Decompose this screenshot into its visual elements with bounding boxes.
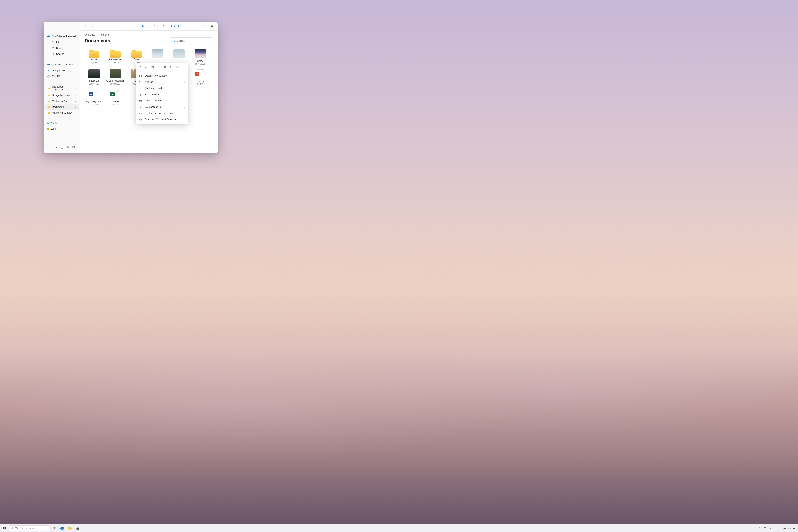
sidebar-item-recents[interactable]: Recents — [44, 45, 79, 51]
breadcrumb[interactable]: OneDrive — Personal › — [85, 33, 213, 36]
hamburger-button[interactable] — [46, 24, 52, 30]
taskbar-edge-icon[interactable] — [59, 525, 65, 532]
documents-icon[interactable] — [60, 146, 63, 149]
ctx-item-label: Customize Folder — [145, 87, 164, 90]
folder-icon — [47, 106, 50, 109]
toolbar-paste-button[interactable]: ▾ — [152, 23, 159, 29]
sidebar-this-pc[interactable]: This PC — [44, 73, 79, 79]
ctx-scan-defender[interactable]: Scan with Microsoft Defender — [136, 116, 188, 122]
downloads-icon[interactable] — [48, 146, 52, 149]
music-icon[interactable] — [66, 146, 69, 149]
ctx-more-button[interactable]: ⋯ — [181, 64, 187, 70]
svg-point-19 — [140, 81, 140, 82]
ctx-create-shortcut[interactable]: Create shortcut — [136, 98, 188, 104]
sidebar-item-label: Work — [51, 127, 57, 130]
ctx-restore-versions[interactable]: Restore previous versions — [136, 110, 188, 116]
toolbar-view-button[interactable]: ▾ — [169, 23, 176, 29]
taskbar-clock[interactable]: 20:59 November 14 — [775, 527, 795, 530]
svg-rect-12 — [203, 25, 205, 27]
ctx-properties-button[interactable] — [175, 64, 180, 70]
ctx-delete-button[interactable] — [169, 64, 174, 70]
sidebar-onedrive-personal[interactable]: OneDrive — Personal — [44, 34, 79, 39]
item-image-another-mountain[interactable]: Another Mountain 6000x4500 — [106, 69, 125, 85]
context-menu: ⋯ Open in new window Add tag › Customize… — [136, 63, 188, 124]
item-file-budget[interactable]: X Budget 1.67 MB — [106, 90, 125, 106]
ctx-copy-button[interactable] — [150, 64, 155, 70]
toolbar-sort-button[interactable]: ▾ — [160, 23, 167, 29]
svg-rect-7 — [170, 25, 171, 26]
sidebar-item-label: OneDrive — Business — [52, 63, 76, 66]
tray-settings-icon[interactable] — [769, 527, 772, 530]
tray-chevron-up-icon[interactable] — [753, 527, 756, 530]
sidebar-onedrive-business[interactable]: OneDrive — Business — [44, 62, 79, 68]
word-file-icon: W — [90, 90, 98, 99]
item-name: Architecture — [109, 58, 121, 61]
search-box[interactable] — [170, 37, 213, 44]
system-tray: 20:59 November 14 — [753, 527, 797, 530]
ctx-customize-folder[interactable]: Customize Folder — [136, 85, 188, 91]
ctx-cut-button[interactable] — [144, 64, 149, 70]
chevron-down-icon: ▾ — [174, 25, 175, 27]
tray-wifi-icon[interactable] — [758, 527, 761, 530]
sidebar-tag-work[interactable]: Work — [44, 126, 79, 132]
ctx-add-tag[interactable]: Add tag › — [136, 79, 188, 85]
ctx-pin-to-sidebar[interactable]: Pin to sidebar — [136, 91, 188, 98]
sidebar-pin-documents[interactable]: Documents — [44, 104, 79, 110]
pin-icon — [74, 87, 77, 90]
svg-point-15 — [147, 68, 147, 68]
videos-icon[interactable] — [72, 146, 75, 149]
sidebar-pin[interactable]: Wallpaper Collection — [44, 84, 79, 92]
toolbar-preview-pane-button[interactable] — [177, 23, 182, 29]
sidebar-tag-study[interactable]: Study — [44, 120, 79, 126]
powerpoint-file-icon: P — [196, 69, 204, 79]
ctx-give-access-to[interactable]: Give access to › — [136, 104, 188, 110]
tray-notifications-icon[interactable] — [764, 527, 767, 530]
taskbar-file-explorer-icon[interactable] — [66, 525, 73, 532]
divider — [47, 118, 77, 118]
svg-rect-16 — [152, 66, 153, 68]
taskbar-search-box[interactable] — [9, 525, 50, 531]
toolbar-new-label: New — [142, 25, 147, 28]
back-button[interactable] — [82, 23, 88, 29]
pencil-icon — [139, 87, 142, 90]
sidebar-item-files[interactable]: Files — [44, 39, 79, 45]
start-button[interactable] — [1, 525, 8, 532]
folder-icon — [131, 50, 142, 58]
excel-file-icon: X — [111, 90, 119, 99]
ctx-share-button[interactable] — [156, 64, 162, 70]
task-view-button[interactable] — [51, 525, 58, 532]
item-folder-nature[interactable]: ✿ Nature 22 photos — [85, 50, 103, 65]
sidebar-pin[interactable]: Design Resources — [44, 92, 79, 98]
item-image-snow[interactable]: Snow 6000x4500 — [191, 50, 209, 65]
ctx-rename-button[interactable] — [162, 64, 168, 70]
forward-button[interactable] — [90, 23, 95, 29]
ctx-item-label: Add tag — [145, 81, 153, 83]
item-file-essay[interactable]: W My Essay Final 2.38 MB — [85, 90, 103, 106]
ctx-open-new-window[interactable]: Open in new window — [136, 73, 188, 79]
ctx-item-label: Give access to — [145, 106, 161, 108]
sidebar-item-shared[interactable]: Shared — [44, 51, 79, 57]
clock-icon — [51, 46, 54, 50]
item-name: Charts — [197, 80, 204, 82]
taskbar-search-input[interactable] — [15, 527, 48, 530]
leaf-badge-icon: ✿ — [93, 53, 95, 56]
ctx-open-button[interactable] — [137, 64, 143, 70]
toolbar-more-button[interactable]: ⋯ — [184, 23, 188, 29]
cloud-icon — [47, 35, 50, 38]
search-input[interactable] — [177, 39, 210, 42]
minimize-button[interactable] — [192, 23, 199, 29]
sidebar-google-drive[interactable]: Google Drive — [44, 68, 79, 73]
maximize-button[interactable] — [201, 23, 207, 29]
item-image-23[interactable]: Image 23 6000x4500 — [85, 69, 103, 85]
close-button[interactable] — [209, 23, 215, 29]
sidebar-pin[interactable]: Marketing Strategy — [44, 110, 79, 116]
toolbar-new-button[interactable]: New ▾ — [137, 23, 151, 29]
chevron-down-icon: ▾ — [157, 25, 158, 27]
item-folder-architecture[interactable]: Architecture 17 items — [106, 50, 125, 65]
tag-dot-icon — [47, 122, 49, 124]
file-explorer-window: OneDrive — Personal Files Recents Shared — [44, 22, 217, 153]
pictures-icon[interactable] — [54, 146, 57, 149]
sidebar-pin[interactable]: Marketing Plan — [44, 98, 79, 104]
taskbar-store-icon[interactable] — [74, 525, 81, 532]
item-file-charts[interactable]: P Charts 2.1 MB — [191, 69, 209, 85]
